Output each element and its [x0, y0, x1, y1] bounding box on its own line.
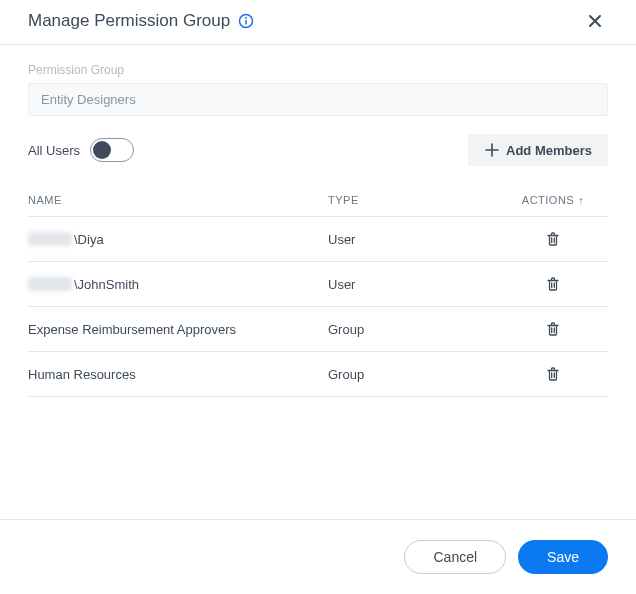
delete-button[interactable]: [543, 274, 563, 294]
table-header: NAME TYPE ACTIONS ↑: [28, 184, 608, 217]
cell-actions: [498, 229, 608, 249]
all-users-toggle[interactable]: [90, 138, 134, 162]
redacted-prefix: [28, 277, 72, 291]
close-button[interactable]: [582, 8, 608, 34]
cell-type: Group: [328, 322, 498, 337]
trash-icon: [545, 321, 561, 337]
cell-name: \Diya: [28, 232, 328, 247]
cell-name: Expense Reimbursement Approvers: [28, 322, 328, 337]
cancel-button[interactable]: Cancel: [404, 540, 506, 574]
table-row: \JohnSmithUser: [28, 262, 608, 307]
table-body: \DiyaUser\JohnSmithUserExpense Reimburse…: [28, 217, 608, 397]
cell-actions: [498, 319, 608, 339]
cell-name: \JohnSmith: [28, 277, 328, 292]
trash-icon: [545, 276, 561, 292]
column-actions[interactable]: ACTIONS ↑: [498, 194, 608, 206]
column-name: NAME: [28, 194, 328, 206]
table-row: Human ResourcesGroup: [28, 352, 608, 397]
member-name: Expense Reimbursement Approvers: [28, 322, 236, 337]
dialog-footer: Cancel Save: [0, 519, 636, 594]
permission-group-label: Permission Group: [28, 63, 608, 77]
dialog-header: Manage Permission Group: [0, 0, 636, 45]
trash-icon: [545, 231, 561, 247]
cell-actions: [498, 364, 608, 384]
members-table: NAME TYPE ACTIONS ↑ \DiyaUser\JohnSmithU…: [28, 184, 608, 397]
svg-point-1: [245, 17, 247, 19]
svg-rect-2: [245, 20, 247, 25]
sort-arrow-up-icon: ↑: [578, 194, 584, 206]
add-members-label: Add Members: [506, 143, 592, 158]
redacted-prefix: [28, 232, 72, 246]
cell-type: Group: [328, 367, 498, 382]
column-type: TYPE: [328, 194, 498, 206]
plus-icon: [484, 142, 500, 158]
table-row: Expense Reimbursement ApproversGroup: [28, 307, 608, 352]
delete-button[interactable]: [543, 229, 563, 249]
cell-name: Human Resources: [28, 367, 328, 382]
trash-icon: [545, 366, 561, 382]
save-button[interactable]: Save: [518, 540, 608, 574]
delete-button[interactable]: [543, 364, 563, 384]
dialog-content: Permission Group All Users Add Members N…: [0, 45, 636, 397]
column-actions-label: ACTIONS: [522, 194, 574, 206]
cell-actions: [498, 274, 608, 294]
cell-type: User: [328, 232, 498, 247]
all-users-label: All Users: [28, 143, 80, 158]
cell-type: User: [328, 277, 498, 292]
table-row: \DiyaUser: [28, 217, 608, 262]
permission-group-input[interactable]: [28, 83, 608, 116]
add-members-button[interactable]: Add Members: [468, 134, 608, 166]
controls-row: All Users Add Members: [28, 134, 608, 166]
member-name: \Diya: [74, 232, 104, 247]
page-title: Manage Permission Group: [28, 11, 254, 31]
member-name: Human Resources: [28, 367, 136, 382]
delete-button[interactable]: [543, 319, 563, 339]
info-icon[interactable]: [238, 13, 254, 29]
toggle-knob: [93, 141, 111, 159]
member-name: \JohnSmith: [74, 277, 139, 292]
close-icon: [586, 12, 604, 30]
all-users-control: All Users: [28, 138, 134, 162]
page-title-text: Manage Permission Group: [28, 11, 230, 31]
